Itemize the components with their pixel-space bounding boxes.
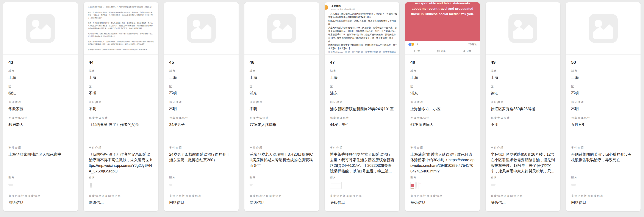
- field-label-source: 直接信息还是间接信息: [410, 194, 474, 198]
- field-label-deceased: 死者大体描述: [491, 116, 555, 120]
- field-label-source: 直接信息还是间接信息: [250, 194, 314, 198]
- image-placeholder-icon: [267, 14, 296, 43]
- record-card-48[interactable]: irresponsible and false statements about…: [405, 2, 480, 212]
- source-value: 网络信息: [89, 200, 153, 205]
- field-label-source: 直接信息还是间接信息: [8, 194, 73, 198]
- like-button: 赞: [414, 49, 420, 53]
- field-label-source: 直接信息还是间接信息: [491, 194, 555, 198]
- field-label-address: 地址描述: [89, 101, 153, 104]
- image-attachment-thumbnail[interactable]: [571, 184, 576, 186]
- field-label-image: 图片: [491, 176, 555, 179]
- address-value: 不明: [169, 106, 234, 112]
- source-value: 身边信息: [491, 200, 555, 205]
- weibo-username: 茶香禅静: [331, 4, 398, 8]
- card-cover-article-screenshot: 人都没有这样的机会，一个病人需要几十个人的同时帮助和关怀才有可能获得一丝的机会！…: [84, 2, 158, 55]
- image-attachment-thumbnail[interactable]: [410, 182, 414, 189]
- field-label-city: 城市: [250, 69, 314, 73]
- field-label-image: 图片: [330, 176, 394, 179]
- field-label-address: 地址描述: [571, 101, 636, 104]
- card-cover: [486, 2, 560, 55]
- source-value: 身边信息: [410, 200, 474, 205]
- field-label-district: 区: [89, 85, 153, 88]
- image-attachment-thumbnail[interactable]: [250, 184, 252, 186]
- field-label-source: 直接信息还是间接信息: [169, 194, 234, 198]
- district-value: 不明: [571, 90, 636, 96]
- record-card-43[interactable]: 43 城市上海 区徐汇 地址描述华欣家园 死者大体描述独居老人 事件介绍上海华欣…: [3, 2, 78, 212]
- image-attachment-thumbnail[interactable]: [330, 182, 342, 189]
- city-value: 上海: [169, 75, 234, 80]
- image-attachment-thumbnail[interactable]: [89, 182, 93, 189]
- field-label-event: 事件介绍: [250, 146, 314, 150]
- card-gallery: 43 城市上海 区徐汇 地址描述华欣家园 死者大体描述独居老人 事件介绍上海华欣…: [0, 0, 644, 214]
- deceased-value: 44岁，男性: [330, 122, 394, 127]
- district-value: 浦东: [410, 90, 474, 96]
- share-button: 分享: [462, 49, 471, 53]
- event-value: 24岁男子因核酸而延误治疗而猝死于浦东医院（微博@红茶260）: [169, 152, 234, 163]
- image-attachment-thumbnail[interactable]: [418, 182, 422, 189]
- image-attachment-thumbnail[interactable]: [415, 182, 417, 189]
- record-card-49[interactable]: 49 城市上海 区徐汇 地址描述徐汇区罗秀路850弄26号楼 死者大体描述不明 …: [485, 2, 560, 212]
- article-screenshot-text: 人都没有这样的机会，一个病人需要几十个人的同时帮助和关怀才有可能获得一丝的机会！…: [84, 2, 158, 54]
- card-cover: [244, 2, 319, 55]
- city-value: 上海: [491, 75, 555, 80]
- district-value: 徐汇: [491, 90, 555, 96]
- field-label-address: 地址描述: [330, 101, 394, 104]
- event-value: 浦东77岁老人沈瑞根于3月28日晚在ICU病房因长期末肾透析造成的心肌衰竭而死亡: [250, 152, 314, 168]
- source-value: 网络信息: [169, 200, 234, 205]
- field-label-deceased: 死者大体描述: [410, 116, 474, 120]
- field-label-event: 事件介绍: [491, 146, 555, 150]
- deceased-value: 24岁男子: [169, 122, 234, 127]
- comment-count: 7条评论: [468, 43, 477, 46]
- weibo-timestamp: 4-2 02:31 来自 iPhone客户端: [331, 8, 398, 11]
- record-card-50[interactable]: 50 城市上海 区不明 地址描述不明 死者大体描述女性HR 事件介绍丹纳赫集团的…: [566, 2, 641, 212]
- city-value: 上海: [330, 75, 394, 80]
- record-card-47[interactable]: 茶香禅静 4-2 02:31 来自 iPhone客户端 一名志愿者，昨日我投入路…: [324, 2, 400, 212]
- field-label-city: 城市: [491, 69, 555, 73]
- comment-button: 评论: [437, 49, 446, 53]
- field-label-deceased: 死者大体描述: [571, 116, 636, 120]
- district-value: 徐汇: [8, 90, 73, 96]
- field-label-city: 城市: [89, 69, 153, 73]
- address-value: 华欣家园: [8, 106, 73, 112]
- card-number: 43: [8, 60, 73, 65]
- weibo-avatar: [325, 5, 328, 10]
- image-attachment-thumbnail[interactable]: [169, 184, 172, 186]
- event-value: 《我的爸爸 没了》作者的父亲因延误治疗而不得不高位截肢，未久遍离世 https:…: [89, 152, 153, 174]
- card-number: 48: [410, 60, 474, 65]
- field-label-address: 地址描述: [8, 101, 73, 104]
- address-value: 不明: [250, 106, 314, 112]
- field-label-deceased: 死者大体描述: [250, 116, 314, 120]
- address-value: 徐汇区罗秀路850弄26号楼: [491, 106, 555, 112]
- field-label-address: 地址描述: [491, 101, 555, 104]
- district-value: 浦东: [250, 90, 314, 96]
- deceased-value: 女性HR: [571, 122, 636, 127]
- card-number: 49: [491, 60, 555, 65]
- card-cover: [3, 2, 78, 55]
- field-label-event: 事件介绍: [410, 146, 474, 150]
- source-value: 身边信息: [330, 200, 394, 205]
- field-label-district: 区: [8, 85, 73, 88]
- image-placeholder-icon: [26, 14, 55, 43]
- record-card-45[interactable]: 45 城市上海 区不明 地址描述不明 死者大体描述24岁男子 事件介绍24岁男子…: [164, 2, 239, 212]
- image-attachment-thumbnail[interactable]: [491, 184, 496, 186]
- card-cover-facebook-screenshot: irresponsible and false statements about…: [405, 2, 480, 55]
- field-label-event: 事件介绍: [571, 146, 636, 150]
- thumbs-up-icon: [414, 50, 416, 52]
- deceased-value: 《我的爸爸 没了》作者的父亲: [89, 122, 153, 127]
- field-label-deceased: 死者大体描述: [89, 116, 153, 120]
- image-placeholder-icon: [187, 14, 216, 43]
- card-number: 46: [250, 60, 314, 65]
- card-cover: [164, 2, 238, 55]
- city-value: 上海: [571, 75, 636, 80]
- field-label-event: 事件介绍: [89, 146, 153, 150]
- field-label-district: 区: [491, 85, 555, 88]
- district-value: 浦东: [330, 90, 394, 96]
- city-value: 上海: [89, 75, 153, 80]
- image-attachment-thumbnail[interactable]: [8, 184, 13, 186]
- share-arrow-icon: [462, 50, 465, 52]
- record-card-44[interactable]: 人都没有这样的机会，一个病人需要几十个人的同时帮助和关怀才有可能获得一丝的机会！…: [84, 2, 158, 212]
- card-cover-weibo-screenshot: 茶香禅静 4-2 02:31 来自 iPhone客户端 一名志愿者，昨日我投入路…: [325, 2, 399, 55]
- reaction-count: 19: [415, 43, 418, 46]
- record-card-46[interactable]: 46 城市上海 区浦东 地址描述不明 死者大体描述77岁老人沈瑞根 事件介绍浦东…: [244, 2, 319, 212]
- city-value: 上海: [250, 75, 314, 80]
